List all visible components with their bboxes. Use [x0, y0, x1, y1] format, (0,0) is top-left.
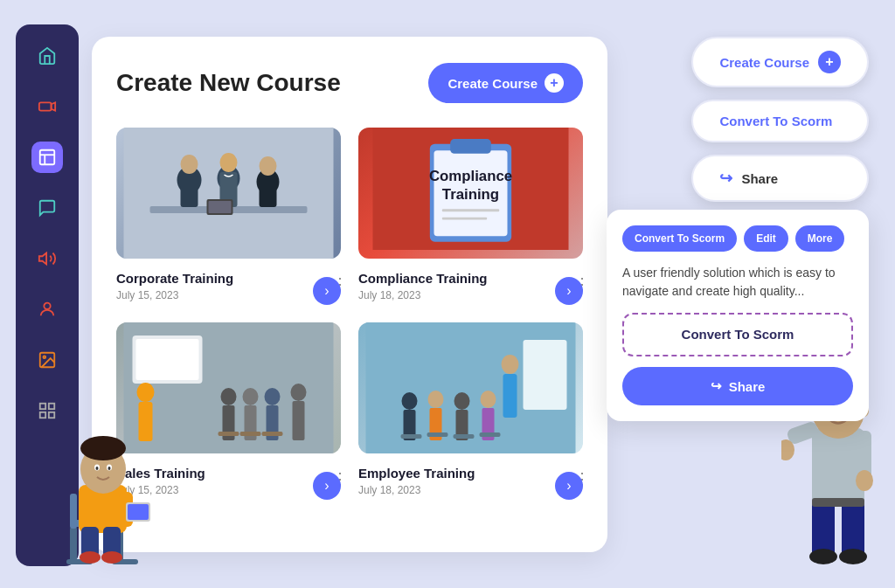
svg-rect-51 — [524, 340, 567, 410]
svg-rect-47 — [219, 432, 239, 436]
sidebar-item-courses[interactable] — [31, 142, 63, 173]
float-share-button[interactable]: ↪ Share — [691, 155, 869, 202]
svg-point-77 — [96, 467, 99, 470]
svg-point-8 — [43, 356, 45, 358]
svg-rect-25 — [209, 201, 232, 213]
course-card-corporate: Corporate Training July 15, 2023 ⋮ › — [116, 128, 341, 305]
svg-rect-71 — [70, 494, 77, 529]
svg-point-102 — [856, 470, 873, 491]
card-header: Create New Course Create Course + — [116, 63, 583, 103]
svg-point-58 — [454, 392, 470, 410]
svg-rect-12 — [49, 412, 54, 418]
svg-rect-67 — [70, 527, 77, 562]
svg-rect-62 — [401, 434, 422, 439]
svg-point-97 — [809, 549, 837, 564]
svg-point-82 — [101, 551, 122, 564]
popup-actions: Convert To Scorm Edit More — [622, 225, 853, 252]
sidebar-item-chat[interactable] — [31, 192, 63, 224]
page-wrapper: Create New Course Create Course + — [0, 0, 895, 588]
svg-rect-86 — [812, 428, 864, 507]
float-share-label: Share — [741, 171, 778, 186]
svg-rect-2 — [40, 150, 55, 165]
page-title: Create New Course — [116, 69, 341, 97]
svg-point-41 — [243, 388, 259, 405]
sidebar-item-image[interactable] — [31, 344, 63, 376]
course-grid: Corporate Training July 15, 2023 ⋮ › — [116, 128, 583, 500]
svg-rect-17 — [181, 174, 198, 207]
course-image-employee — [358, 322, 583, 453]
svg-point-16 — [181, 155, 198, 174]
popup-share-label: Share — [729, 379, 766, 394]
svg-point-81 — [80, 551, 101, 564]
course-info-employee: Employee Training July 18, 2023 ⋮ › — [358, 462, 583, 500]
svg-point-19 — [220, 153, 238, 172]
svg-rect-23 — [260, 176, 277, 207]
svg-rect-32 — [442, 209, 499, 211]
sidebar-item-video[interactable] — [31, 91, 63, 122]
float-convert-button[interactable]: Convert To Scorm — [691, 100, 869, 142]
popup-share-arrow-icon: ↪ — [711, 378, 722, 394]
svg-rect-0 — [39, 102, 52, 110]
sidebar-item-grid[interactable] — [31, 395, 63, 426]
svg-rect-64 — [454, 434, 475, 439]
sidebar-item-audio[interactable] — [31, 243, 63, 274]
popup-convert-box: Convert To Scorm — [622, 313, 853, 356]
svg-point-60 — [481, 391, 496, 408]
popup-convert-box-text: Convert To Scorm — [682, 327, 794, 342]
svg-rect-10 — [49, 404, 54, 409]
svg-point-98 — [839, 549, 867, 564]
course-date-compliance: July 18, 2023 — [358, 289, 583, 301]
popup-share-button[interactable]: ↪ Share — [622, 367, 853, 405]
svg-rect-48 — [240, 432, 261, 436]
popup-edit-button[interactable]: Edit — [744, 225, 788, 252]
course-name-employee: Employee Training — [358, 466, 583, 481]
course-arrow-corporate[interactable]: › — [313, 277, 341, 305]
popup-card: Convert To Scorm Edit More A user friend… — [607, 210, 869, 421]
course-image-compliance: Compliance Training — [358, 128, 583, 259]
svg-point-39 — [221, 388, 237, 405]
svg-rect-85 — [128, 504, 149, 520]
svg-rect-46 — [293, 401, 305, 440]
course-info-compliance: Compliance Training July 18, 2023 ⋮ › — [358, 267, 583, 305]
svg-text:Training: Training — [442, 186, 499, 203]
course-card-compliance: Compliance Training Compliance Training … — [358, 128, 583, 305]
svg-point-22 — [260, 156, 277, 176]
svg-rect-63 — [427, 432, 448, 437]
svg-text:Compliance: Compliance — [429, 168, 512, 184]
course-name-compliance: Compliance Training — [358, 271, 583, 286]
svg-point-74 — [80, 436, 126, 460]
create-course-label: Create Course — [448, 76, 538, 91]
svg-rect-29 — [450, 139, 491, 154]
svg-rect-11 — [40, 412, 45, 418]
course-arrow-sales[interactable]: › — [313, 472, 341, 500]
svg-rect-36 — [136, 339, 199, 380]
float-create-course-button[interactable]: Create Course + — [691, 37, 869, 87]
course-arrow-compliance[interactable]: › — [555, 277, 583, 305]
float-convert-label: Convert To Scorm — [719, 114, 832, 128]
svg-point-54 — [402, 392, 418, 410]
main-card: Create New Course Create Course + — [92, 37, 607, 552]
floating-actions: Create Course + Convert To Scorm ↪ Share — [691, 37, 869, 202]
sidebar-item-profile[interactable] — [31, 294, 63, 325]
popup-scorm-button[interactable]: Convert To Scorm — [622, 225, 737, 252]
float-create-label: Create Course — [719, 55, 809, 70]
course-image-corporate — [116, 128, 341, 259]
svg-point-43 — [265, 388, 281, 405]
course-arrow-employee[interactable]: › — [555, 472, 583, 500]
float-plus-icon: + — [818, 51, 841, 73]
sidebar-item-home[interactable] — [31, 40, 63, 72]
course-date-employee: July 18, 2023 — [358, 484, 583, 496]
svg-point-6 — [44, 303, 50, 309]
popup-more-button[interactable]: More — [795, 225, 845, 252]
course-date-corporate: July 15, 2023 — [116, 289, 341, 301]
svg-rect-49 — [262, 432, 283, 436]
svg-point-56 — [428, 391, 444, 408]
share-arrow-icon: ↪ — [719, 169, 732, 188]
create-course-button[interactable]: Create Course + — [428, 63, 583, 103]
plus-icon: + — [545, 73, 564, 93]
svg-rect-33 — [442, 218, 487, 220]
svg-point-45 — [291, 384, 307, 401]
popup-description: A user friendly solution which is easy t… — [622, 264, 853, 301]
svg-rect-103 — [812, 498, 864, 507]
svg-rect-53 — [503, 374, 517, 418]
